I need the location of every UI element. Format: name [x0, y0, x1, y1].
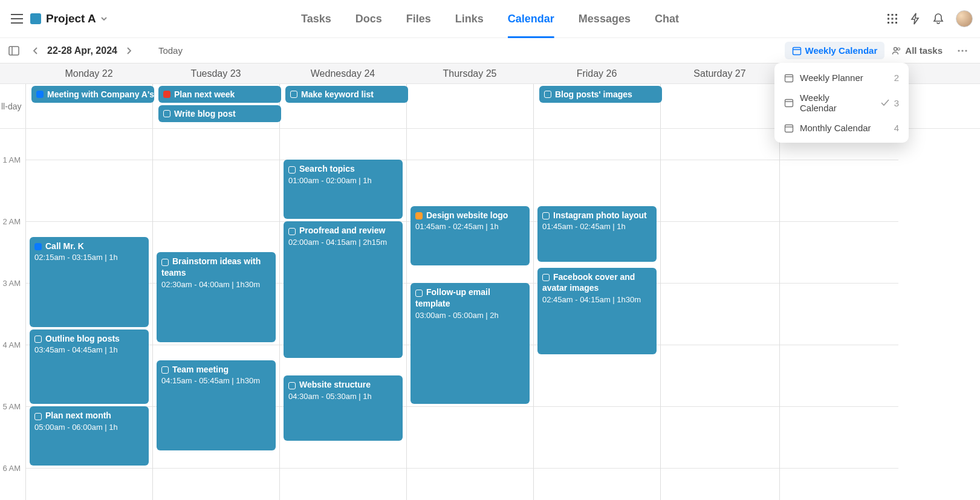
event-title: Brainstorm ideas with teams [161, 256, 261, 278]
allday-cell[interactable] [406, 84, 533, 128]
dropdown-shortcut: 2 [894, 73, 899, 83]
event-title: Make keyword list [301, 89, 374, 100]
checkbox-icon[interactable] [542, 274, 550, 281]
svg-rect-9 [9, 47, 19, 55]
calendar-icon [784, 73, 794, 83]
calendar-icon [792, 46, 802, 56]
view-selector[interactable]: Weekly Calendar [785, 42, 885, 59]
timed-event[interactable]: Facebook cover and avatar images02:45am … [537, 268, 657, 355]
allday-event[interactable]: Make keyword list [285, 86, 408, 103]
event-time: 03:45am - 04:45am | 1h [34, 345, 144, 356]
checkbox-icon[interactable] [161, 366, 169, 374]
event-title: Instagram photo layout [553, 210, 647, 220]
allday-event[interactable]: Meeting with Company A's ... [31, 86, 154, 103]
allday-cell[interactable]: Plan next weekWrite blog post [152, 84, 279, 128]
allday-event[interactable]: Write blog post [158, 105, 281, 122]
checkbox-icon[interactable] [290, 91, 297, 98]
chevron-down-icon[interactable] [100, 15, 108, 23]
svg-rect-6 [888, 22, 889, 24]
grid-col[interactable]: Instagram photo layout01:45am - 02:45am … [533, 129, 660, 500]
allday-event[interactable]: Blog posts' images [539, 86, 662, 103]
checkbox-icon[interactable] [34, 336, 42, 343]
checkbox-icon[interactable] [34, 413, 42, 420]
svg-rect-20 [785, 100, 793, 107]
timed-event[interactable]: Website structure04:30am - 05:30am | 1h [284, 375, 403, 441]
tab-chat[interactable]: Chat [655, 0, 679, 38]
timed-event[interactable]: Instagram photo layout01:45am - 02:45am … [537, 206, 657, 262]
dropdown-item-weekly-planner[interactable]: Weekly Planner 2 [778, 68, 905, 88]
svg-point-17 [965, 50, 967, 51]
tab-tasks[interactable]: Tasks [301, 0, 331, 38]
apps-icon[interactable] [887, 13, 898, 24]
timed-event[interactable]: Brainstorm ideas with teams02:30am - 04:… [157, 252, 276, 342]
event-title: Call Mr. K [45, 241, 84, 251]
grid-col[interactable]: Design website logo01:45am - 02:45am | 1… [406, 129, 533, 500]
timed-event[interactable]: Team meeting04:15am - 05:45am | 1h30m [157, 360, 276, 450]
event-title: Search topics [299, 164, 355, 174]
allday-cell[interactable]: Meeting with Company A's ... [25, 84, 152, 128]
checkbox-icon[interactable] [288, 166, 296, 174]
tab-files[interactable]: Files [406, 0, 431, 38]
timed-event[interactable]: Design website logo01:45am - 02:45am | 1… [410, 206, 530, 265]
all-tasks-button[interactable]: All tasks [884, 42, 950, 59]
dropdown-label: Monthly Calendar [800, 123, 871, 133]
event-title: Plan next month [45, 411, 111, 420]
time-label: 4 AM [2, 340, 21, 349]
topbar: Project A Tasks Docs Files Links Calenda… [0, 0, 980, 38]
event-time: 02:15am - 03:15am | 1h [34, 253, 144, 263]
time-label: 6 AM [2, 464, 21, 473]
grid-col[interactable]: Call Mr. K02:15am - 03:15am | 1hOutline … [25, 129, 152, 500]
avatar[interactable] [956, 10, 973, 27]
checkbox-icon[interactable] [415, 290, 423, 297]
timed-event[interactable]: Follow-up email template03:00am - 05:00a… [410, 283, 530, 404]
checkbox-icon[interactable] [544, 91, 551, 98]
svg-rect-2 [895, 14, 897, 16]
people-icon [892, 46, 901, 56]
today-button[interactable]: Today [158, 45, 183, 56]
bolt-icon[interactable] [910, 13, 921, 25]
grid-col[interactable]: Search topics01:00am - 02:00am | 1hProof… [279, 129, 406, 500]
timed-event[interactable]: Search topics01:00am - 02:00am | 1h [284, 160, 403, 219]
allday-event[interactable]: Plan next week [158, 86, 281, 103]
dropdown-item-monthly-calendar[interactable]: Monthly Calendar 4 [778, 118, 905, 138]
grid-col[interactable] [779, 129, 898, 500]
menu-icon[interactable] [7, 10, 27, 27]
checkbox-icon[interactable] [415, 212, 423, 219]
checkbox-icon[interactable] [288, 382, 296, 389]
timed-event[interactable]: Call Mr. K02:15am - 03:15am | 1h [30, 237, 149, 327]
allday-cell[interactable]: Blog posts' images [533, 84, 660, 128]
tab-calendar[interactable]: Calendar [508, 0, 554, 38]
timed-event[interactable]: Plan next month05:00am - 06:00am | 1h [30, 406, 149, 466]
next-week-button[interactable] [123, 44, 134, 57]
checkbox-icon[interactable] [34, 243, 42, 250]
checkbox-icon[interactable] [163, 110, 170, 117]
allday-cell[interactable]: Make keyword list [279, 84, 406, 128]
view-dropdown: Weekly Planner 2 Weekly Calendar 3 Month… [774, 63, 909, 143]
event-title: Website structure [299, 380, 371, 389]
prev-week-button[interactable] [30, 44, 41, 57]
time-axis: 1 AM2 AM3 AM4 AM5 AM6 AM [0, 129, 25, 500]
day-header-fri: Friday 26 [533, 63, 660, 83]
checkbox-icon[interactable] [163, 91, 170, 98]
project-icon [30, 13, 41, 24]
svg-rect-1 [892, 14, 894, 16]
tab-docs[interactable]: Docs [355, 0, 382, 38]
allday-cell[interactable] [660, 84, 779, 128]
checkbox-icon[interactable] [161, 259, 169, 266]
checkbox-icon[interactable] [288, 228, 296, 235]
dropdown-item-weekly-calendar[interactable]: Weekly Calendar 3 [778, 88, 905, 118]
grid-col[interactable]: Brainstorm ideas with teams02:30am - 04:… [152, 129, 279, 500]
subbar: 22-28 Apr, 2024 Today Weekly Calendar Al… [0, 38, 980, 63]
grid-col[interactable] [660, 129, 779, 500]
bell-icon[interactable] [933, 13, 944, 25]
tab-links[interactable]: Links [455, 0, 484, 38]
more-icon[interactable] [953, 45, 972, 56]
panel-toggle-icon[interactable] [8, 46, 19, 56]
timed-event[interactable]: Outline blog posts03:45am - 04:45am | 1h [30, 330, 149, 404]
timed-event[interactable]: Proofread and review02:00am - 04:15am | … [284, 221, 403, 358]
tab-messages[interactable]: Messages [579, 0, 631, 38]
checkbox-icon[interactable] [542, 212, 550, 219]
checkbox-icon[interactable] [36, 91, 44, 98]
svg-rect-18 [785, 74, 793, 82]
day-header-sat: Saturday 27 [660, 63, 779, 83]
